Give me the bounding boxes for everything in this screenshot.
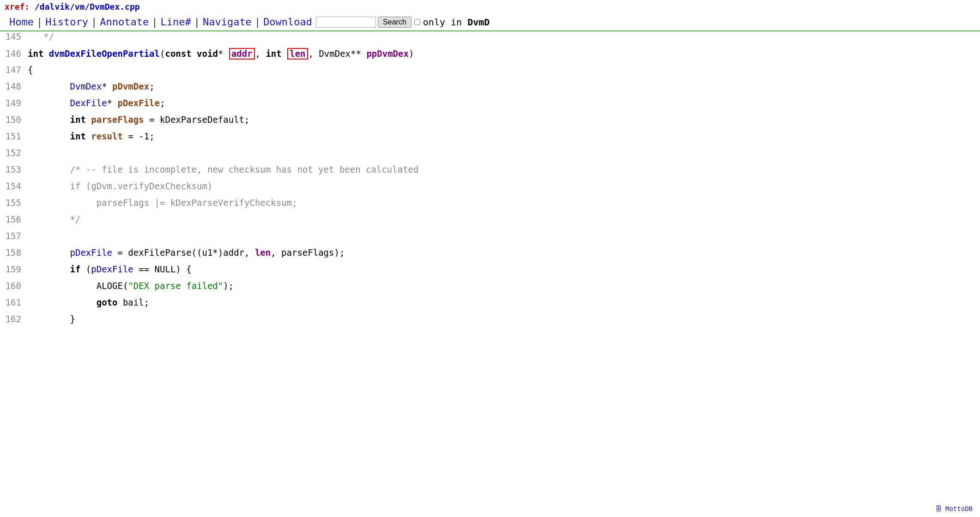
code-content-157 [28,231,980,241]
code-content-160: ALOGE("DEX parse failed"); [28,281,980,291]
line-num-153: 153 [0,164,28,174]
nav-download[interactable]: Download [263,16,312,28]
code-content-155: parseFlags |= kDexParseVerifyChecksum; [28,198,980,208]
line-num-145: 145 [0,31,28,42]
xref-path: /dalvik/vm/DvmDex.cpp [35,2,140,12]
line-num-154: 154 [0,181,28,191]
line-num-148: 148 [0,81,28,91]
nav-home[interactable]: Home [9,16,34,28]
code-content-152 [28,148,980,158]
code-content-151: int result = -1; [28,131,980,141]
code-row-156: 156 */ [0,214,980,231]
nav-history[interactable]: History [45,16,88,28]
code-content-161: goto bail; [28,297,980,307]
line-num-152: 152 [0,148,28,158]
code-row-148: 148 DvmDex* pDvmDex; [0,81,980,98]
code-row-149: 149 DexFile* pDexFile; [0,98,980,114]
line-num-157: 157 [0,231,28,241]
line-num-159: 159 [0,264,28,274]
code-content-154: if (gDvm.verifyDexChecksum) [28,181,980,191]
only-label: only in DvmD [423,17,490,28]
line-num-160: 160 [0,281,28,291]
search-input[interactable] [316,17,376,28]
code-row-159: 159 if (pDexFile == NULL) { [0,264,980,281]
code-content-158: pDexFile = dexFileParse((u1*)addr, len, … [28,247,980,258]
nav-bar: Home | History | Annotate | Line# | Navi… [5,13,975,30]
code-content-153: /* -- file is incomplete, new checksum h… [28,164,980,174]
code-content-147: { [28,65,980,75]
line-num-155: 155 [0,198,28,208]
code-row-151: 151 int result = -1; [0,131,980,148]
nav-lineno[interactable]: Line# [160,16,191,28]
code-area: 145 */ 146 int dvmDexFileOpenPartial(con… [0,31,980,331]
code-row-157: 157 [0,231,980,247]
only-checkbox[interactable] [414,19,420,25]
nav-annotate[interactable]: Annotate [100,16,149,28]
code-content-145: */ [28,31,980,42]
code-content-149: DexFile* pDexFile; [28,98,980,108]
code-row-145: 145 */ [0,31,980,48]
code-row-160: 160 ALOGE("DEX parse failed"); [0,281,980,297]
code-row-146: 146 int dvmDexFileOpenPartial(const void… [0,48,980,65]
line-num-158: 158 [0,247,28,258]
line-num-162: 162 [0,314,28,324]
nav-navigate[interactable]: Navigate [203,16,252,28]
code-row-153: 153 /* -- file is incomplete, new checks… [0,164,980,181]
line-num-149: 149 [0,98,28,108]
line-num-161: 161 [0,297,28,307]
search-button[interactable]: Search [378,17,411,28]
code-row-147: 147 { [0,65,980,81]
code-row-158: 158 pDexFile = dexFileParse((u1*)addr, l… [0,247,980,264]
code-content-162: } [28,314,980,324]
code-row-150: 150 int parseFlags = kDexParseDefault; [0,114,980,131]
code-content-159: if (pDexFile == NULL) { [28,264,980,274]
code-row-161: 161 goto bail; [0,297,980,314]
code-content-148: DvmDex* pDvmDex; [28,81,980,91]
line-num-151: 151 [0,131,28,141]
code-row-154: 154 if (gDvm.verifyDexChecksum) [0,181,980,198]
line-num-147: 147 [0,65,28,75]
line-num-156: 156 [0,214,28,224]
code-row-152: 152 [0,148,980,164]
header-bar: xref: /dalvik/vm/DvmDex.cpp Home | Histo… [0,0,980,31]
code-content-146: int dvmDexFileOpenPartial(const void* ad… [28,48,980,60]
xref-label: xref: [5,2,30,12]
code-content-156: */ [28,214,980,224]
code-content-150: int parseFlags = kDexParseDefault; [28,114,980,125]
code-row-162: 162 } [0,314,980,331]
line-num-150: 150 [0,114,28,125]
code-row-155: 155 parseFlags |= kDexParseVerifyChecksu… [0,198,980,214]
line-num-146: 146 [0,48,28,59]
xref-line: xref: /dalvik/vm/DvmDex.cpp [5,2,975,12]
